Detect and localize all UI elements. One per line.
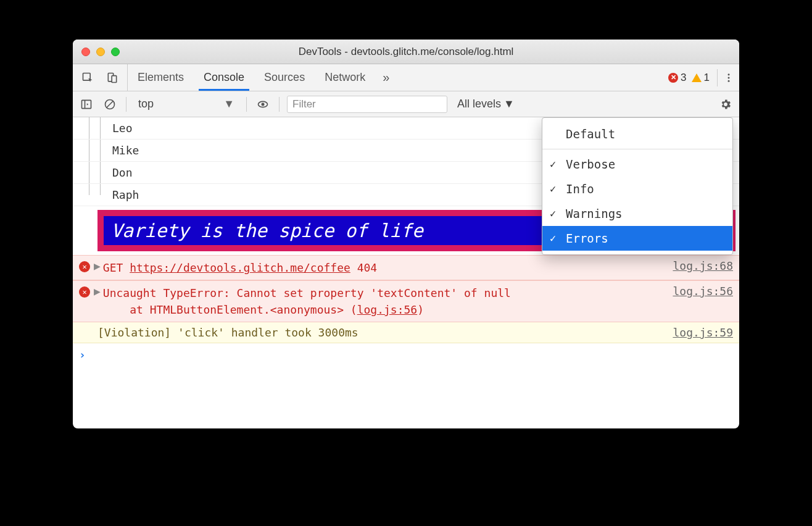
source-link[interactable]: log.js:68 [665,259,733,276]
devtools-menu-button[interactable] [717,69,734,86]
warning-count-badge[interactable]: 1 [692,72,710,84]
error-count: 3 [681,72,686,84]
device-toolbar-icon[interactable] [104,69,121,86]
expand-triangle-icon[interactable]: ▶ [94,259,101,276]
check-icon: ✓ [550,183,556,195]
zoom-window-button[interactable] [111,48,120,56]
console-prompt-row[interactable]: › [73,343,739,366]
error-icon: ✕ [668,73,678,83]
close-window-button[interactable] [81,48,90,56]
console-settings-icon[interactable] [717,96,734,113]
traffic-lights [73,48,120,56]
warning-count: 1 [704,72,710,84]
error-count-badge[interactable]: ✕ 3 [668,72,686,84]
console-sidebar-toggle-icon[interactable] [78,96,95,113]
svg-point-5 [727,80,729,81]
inspect-element-icon[interactable] [79,69,96,86]
log-levels-label: All levels [457,98,501,111]
console-error-row[interactable]: ✕ ▶ GET https://devtools.glitch.me/coffe… [73,255,739,280]
svg-line-9 [107,101,113,107]
source-link[interactable]: log.js:59 [665,326,733,339]
option-label: Warnings [566,207,623,220]
option-label: Errors [566,232,608,245]
console-violation-row[interactable]: [Violation] 'click' handler took 3000ms … [73,322,739,343]
log-levels-dropdown: Default ✓ Verbose ✓ Info ✓ Warnings ✓ Er… [542,117,733,255]
chevron-double-right-icon: » [383,70,389,85]
svg-rect-6 [82,100,91,108]
error-url-link[interactable]: https://devtools.glitch.me/coffee [130,261,350,274]
window-title: DevTools - devtools.glitch.me/console/lo… [73,46,739,58]
levels-option-default[interactable]: Default [542,122,732,146]
execution-context-selector[interactable]: top ▼ [134,95,239,113]
svg-point-11 [262,102,265,106]
tab-elements[interactable]: Elements [128,64,194,91]
tab-console[interactable]: Console [194,64,254,91]
check-icon: ✓ [550,207,556,220]
error-message-line1: Uncaught TypeError: Cannot set property … [103,286,511,299]
console-toolbar: top ▼ Filter All levels ▼ [73,91,739,117]
tab-network[interactable]: Network [315,64,375,91]
tab-sources[interactable]: Sources [254,64,315,91]
check-icon: ✓ [550,232,556,244]
window-titlebar: DevTools - devtools.glitch.me/console/lo… [73,40,739,64]
live-expression-icon[interactable] [254,96,271,113]
svg-rect-2 [112,75,117,82]
filter-placeholder: Filter [292,98,316,111]
option-label: Info [566,182,594,196]
source-link[interactable]: log.js:56 [665,285,733,318]
option-label: Verbose [566,157,615,171]
execution-context-value: top [138,98,154,111]
toolbar-separator [279,97,280,112]
svg-point-4 [727,77,729,78]
error-icon: ✕ [79,261,90,272]
violation-text: [Violation] 'click' handler took 3000ms [97,326,665,339]
toolbar-separator [126,97,126,112]
devtools-window: DevTools - devtools.glitch.me/console/lo… [73,40,739,428]
devtools-tabstrip: Elements Console Sources Network » ✕ 3 1 [73,64,739,91]
check-icon: ✓ [550,158,556,170]
warning-icon [692,73,702,82]
toolbar-separator [246,97,247,112]
stack-source-link[interactable]: log.js:56 [357,303,418,316]
more-tabs-button[interactable]: » [375,64,397,91]
expand-triangle-icon[interactable]: ▶ [94,285,101,318]
error-stack-prefix: at HTMLButtonElement.<anonymous> ( [130,303,357,316]
levels-option-verbose[interactable]: ✓ Verbose [542,152,732,177]
panel-tabs: Elements Console Sources Network » [127,64,397,91]
caret-down-icon: ▼ [503,98,515,111]
console-body: Leo Mike Don Raph Variety is the spice o… [73,117,739,428]
clear-console-icon[interactable] [101,96,118,113]
minimize-window-button[interactable] [96,48,105,56]
dropdown-separator [542,149,732,149]
filter-input[interactable]: Filter [287,96,447,113]
error-icon: ✕ [79,286,90,298]
levels-option-errors[interactable]: ✓ Errors [542,226,732,251]
option-label: Default [566,127,615,141]
prompt-chevron-icon: › [79,348,86,361]
levels-option-warnings[interactable]: ✓ Warnings [542,201,732,226]
caret-down-icon: ▼ [223,98,234,111]
error-method: GET [103,261,123,274]
error-status: 404 [357,261,378,274]
console-error-row[interactable]: ✕ ▶ Uncaught TypeError: Cannot set prope… [73,280,739,322]
error-stack-suffix: ) [417,303,424,316]
svg-point-3 [727,73,729,75]
log-levels-selector[interactable]: All levels ▼ [457,98,515,111]
levels-option-info[interactable]: ✓ Info [542,177,732,201]
